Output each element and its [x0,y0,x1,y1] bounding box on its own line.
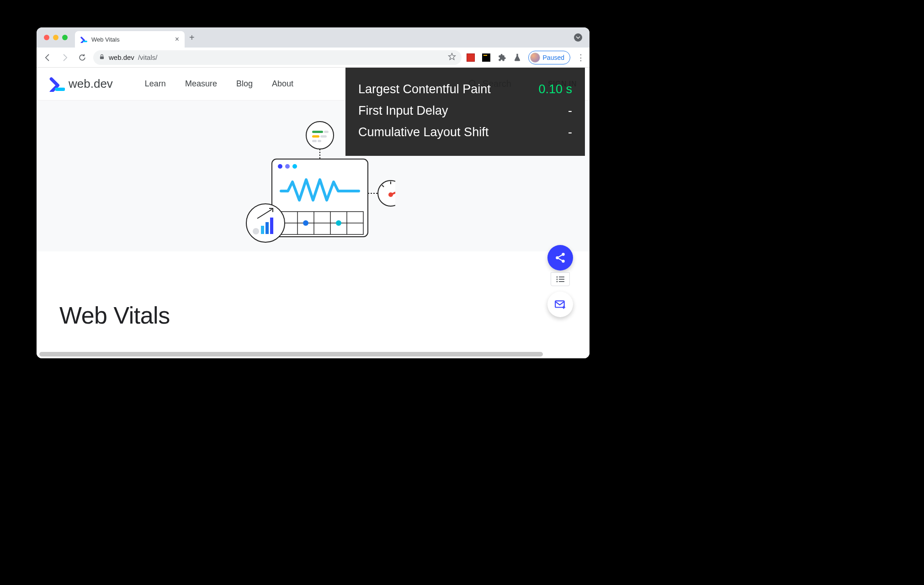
svg-point-37 [562,260,565,263]
tab-strip: Web Vitals × + [37,27,589,48]
svg-rect-0 [100,56,104,59]
svg-point-36 [556,256,559,260]
nav-about[interactable]: About [272,79,293,89]
vitals-row-cls: Cumulative Layout Shift - [358,122,572,143]
nav-blog[interactable]: Blog [236,79,253,89]
vitals-value: - [568,104,572,118]
extension-sdcard-icon[interactable] [466,53,475,62]
svg-rect-18 [266,222,269,234]
new-tab-button[interactable]: + [189,32,195,43]
share-fab[interactable] [547,245,573,271]
lock-icon [99,53,105,61]
bookmark-star-icon[interactable] [448,53,456,62]
close-window-button[interactable] [44,35,49,40]
labs-flask-icon[interactable] [513,53,522,62]
nav-measure[interactable]: Measure [185,79,217,89]
svg-point-4 [278,164,282,169]
reload-button[interactable] [76,51,89,64]
svg-point-16 [253,228,259,234]
svg-point-42 [557,279,558,280]
svg-rect-19 [270,218,273,234]
svg-rect-24 [320,135,327,138]
svg-rect-43 [559,279,564,280]
svg-rect-25 [312,140,317,142]
page-viewport: web.dev Learn Measure Blog About Search … [37,68,589,358]
webdev-logo-icon [49,76,65,92]
svg-rect-21 [312,131,323,133]
svg-point-5 [285,164,290,169]
svg-rect-3 [272,159,368,237]
maximize-window-button[interactable] [62,35,68,40]
profile-status: Paused [543,54,564,61]
horizontal-scrollbar[interactable] [39,352,587,356]
scrollbar-thumb[interactable] [39,352,543,356]
svg-rect-46 [555,301,564,307]
svg-point-40 [557,277,558,278]
svg-rect-45 [559,281,564,282]
page-title: Web Vitals [59,302,567,329]
tab-title: Web Vitals [91,36,120,43]
vitals-value: - [568,125,572,139]
vitals-row-fid: First Input Delay - [358,100,572,122]
close-tab-icon[interactable]: × [175,35,179,43]
tabs-menu-button[interactable] [574,33,582,42]
share-icon [554,252,566,264]
svg-line-38 [558,255,562,257]
site-nav: Learn Measure Blog About [145,79,293,89]
avatar-icon [530,53,540,63]
svg-rect-26 [318,140,321,142]
site-logo[interactable]: web.dev [49,76,113,92]
minimize-window-button[interactable] [53,35,58,40]
svg-point-35 [562,253,565,256]
extension-terminal-icon[interactable] [482,53,491,62]
web-vitals-overlay: Largest Contentful Paint 0.10 s First In… [345,68,585,156]
list-icon [556,276,564,282]
svg-rect-41 [559,277,564,277]
forward-button[interactable] [58,51,71,64]
browser-menu-button[interactable]: ⋮ [577,53,585,63]
svg-point-13 [303,220,308,226]
vitals-value: 0.10 s [538,82,572,96]
svg-line-39 [558,259,562,261]
mail-plus-icon [554,298,566,310]
svg-point-6 [292,164,297,169]
svg-rect-22 [324,131,329,133]
body-section: Web Vitals [37,251,589,329]
toc-button[interactable] [551,272,570,286]
svg-point-44 [557,281,558,282]
vitals-label: Largest Contentful Paint [358,82,491,96]
svg-point-14 [336,220,341,226]
back-button[interactable] [41,51,54,64]
window-controls [44,35,68,40]
webdev-favicon-icon [80,36,88,43]
url-path: /vitals/ [138,53,158,61]
nav-learn[interactable]: Learn [145,79,166,89]
fab-stack [547,245,573,317]
vitals-label: First Input Delay [358,104,448,118]
browser-window: Web Vitals × + web.dev/vitals/ [37,27,589,358]
profile-chip[interactable]: Paused [528,51,570,64]
address-bar[interactable]: web.dev/vitals/ [93,50,462,65]
extensions-puzzle-icon[interactable] [497,53,506,62]
url-domain: web.dev [109,53,134,61]
svg-rect-23 [312,135,319,138]
subscribe-fab[interactable] [547,292,573,317]
browser-toolbar: web.dev/vitals/ Paused ⋮ [37,48,589,68]
toolbar-right: Paused ⋮ [466,51,585,64]
vitals-row-lcp: Largest Contentful Paint 0.10 s [358,79,572,100]
svg-rect-17 [261,226,264,234]
browser-tab[interactable]: Web Vitals × [75,31,185,48]
svg-point-20 [306,122,334,149]
logo-text: web.dev [69,77,113,91]
vitals-label: Cumulative Layout Shift [358,125,489,139]
